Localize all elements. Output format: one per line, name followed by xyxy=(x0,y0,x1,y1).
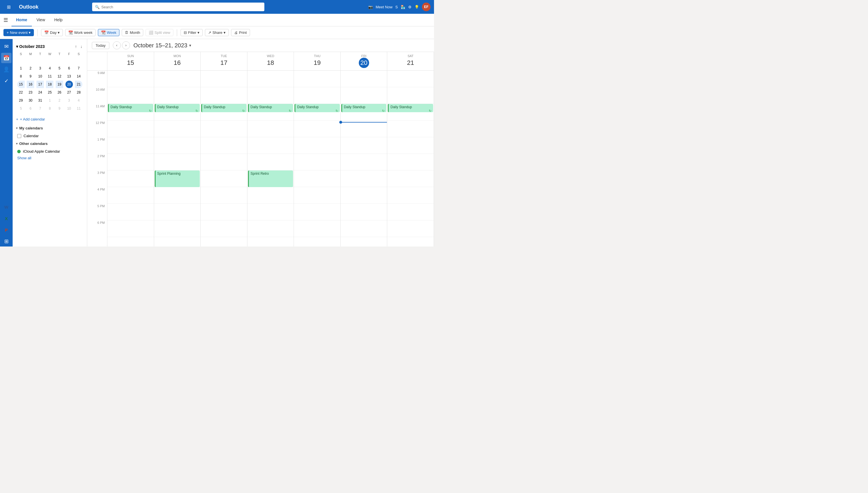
mini-cal-title[interactable]: ▾ October 2023 xyxy=(16,44,45,49)
my-calendars-section[interactable]: ▾ My calendars xyxy=(13,124,87,133)
mini-cal-day[interactable]: 7 xyxy=(37,105,44,112)
mini-cal-day[interactable]: 31 xyxy=(37,97,44,104)
month-view-button[interactable]: 🗓 Month xyxy=(122,29,143,36)
mini-cal-next[interactable]: ↓ xyxy=(79,44,84,49)
mini-cal-day[interactable] xyxy=(17,57,25,64)
mini-cal-day[interactable]: 5 xyxy=(17,105,25,112)
skype-icon[interactable]: S xyxy=(395,5,398,9)
search-bar[interactable]: 🔍 xyxy=(92,3,264,11)
mini-cal-day[interactable]: 4 xyxy=(46,65,54,72)
week-col-header-mon[interactable]: Mon16 xyxy=(154,52,201,70)
mini-cal-day[interactable]: 17 xyxy=(37,81,44,88)
mini-cal-prev[interactable]: ↑ xyxy=(74,44,78,49)
calendar-event[interactable]: Daily Standup↻ xyxy=(341,104,387,112)
mini-cal-day[interactable]: 5 xyxy=(56,65,63,72)
meet-now-icon[interactable]: 📷 xyxy=(368,5,373,9)
calendar-event[interactable]: Daily Standup↻ xyxy=(248,104,293,112)
other-calendars-section[interactable]: ▾ Other calendars xyxy=(13,139,87,148)
calendar-item-main[interactable]: Calendar xyxy=(13,133,87,139)
mini-cal-day[interactable]: 1 xyxy=(46,97,54,104)
mini-cal-day[interactable]: 7 xyxy=(75,65,82,72)
grid-icon[interactable]: ⊞ xyxy=(3,2,14,12)
mini-cal-day[interactable]: 23 xyxy=(27,89,34,96)
week-col-header-fri[interactable]: Fri20 xyxy=(341,52,387,70)
tab-help[interactable]: Help xyxy=(50,14,67,26)
mini-cal-day[interactable] xyxy=(27,57,34,64)
mini-cal-day[interactable]: 12 xyxy=(56,72,63,80)
mini-cal-day[interactable]: 9 xyxy=(27,72,34,80)
share-button[interactable]: ↗ Share ▾ xyxy=(205,29,229,36)
mini-cal-day[interactable]: 14 xyxy=(75,72,82,80)
new-event-dropdown-icon[interactable]: ▾ xyxy=(29,30,31,35)
add-calendar-button[interactable]: + + Add calendar xyxy=(13,115,87,124)
tab-home[interactable]: Home xyxy=(12,14,32,26)
mini-cal-day[interactable] xyxy=(65,57,73,64)
tasks-icon[interactable]: ✓ xyxy=(1,76,12,86)
mini-cal-day[interactable]: 1 xyxy=(17,65,25,72)
mini-cal-day[interactable]: 19 xyxy=(56,81,63,88)
mini-cal-day[interactable]: 22 xyxy=(17,89,25,96)
week-col-header-tue[interactable]: Tue17 xyxy=(200,52,248,70)
new-event-button[interactable]: + New event ▾ xyxy=(3,29,34,36)
mini-cal-day[interactable] xyxy=(75,57,82,64)
tab-view[interactable]: View xyxy=(32,14,50,26)
mini-cal-day[interactable]: 8 xyxy=(46,105,54,112)
mini-cal-day[interactable]: 27 xyxy=(65,89,73,96)
mini-cal-day[interactable]: 30 xyxy=(27,97,34,104)
day-column-fri[interactable]: Daily Standup↻ xyxy=(341,70,387,246)
ppt-icon[interactable]: P xyxy=(1,225,12,235)
mini-cal-day[interactable] xyxy=(37,57,44,64)
meet-now-button[interactable]: Meet Now xyxy=(376,5,393,9)
calendar-event[interactable]: Daily Standup↻ xyxy=(388,104,433,112)
week-view-button[interactable]: 📆 Week xyxy=(98,29,120,36)
search-input[interactable] xyxy=(101,5,261,9)
calendar-event[interactable]: Daily Standup↻ xyxy=(108,104,153,112)
mini-cal-day[interactable]: 29 xyxy=(17,97,25,104)
today-button[interactable]: Today xyxy=(92,42,109,49)
mini-cal-day[interactable]: 25 xyxy=(46,89,54,96)
week-col-header-sun[interactable]: Sun15 xyxy=(107,52,154,70)
mini-cal-day[interactable] xyxy=(46,57,54,64)
mini-cal-day[interactable]: 28 xyxy=(75,89,82,96)
avatar[interactable]: EF xyxy=(422,3,430,11)
mini-cal-day[interactable]: 13 xyxy=(65,72,73,80)
mini-cal-day[interactable]: 3 xyxy=(65,97,73,104)
contacts-icon[interactable]: 👤 xyxy=(1,64,12,74)
store-icon[interactable]: 🏪 xyxy=(401,5,405,9)
week-col-header-wed[interactable]: Wed18 xyxy=(248,52,294,70)
apps-icon[interactable]: ⊞ xyxy=(1,236,12,246)
settings-icon[interactable]: ⚙ xyxy=(408,5,411,9)
mini-cal-day[interactable] xyxy=(56,57,63,64)
print-button[interactable]: 🖨 Print xyxy=(231,29,250,36)
mail-icon[interactable]: ✉ xyxy=(1,41,12,52)
hamburger-icon[interactable]: ☰ xyxy=(3,17,8,23)
mini-cal-day[interactable]: 16 xyxy=(27,81,34,88)
calendar-event[interactable]: Sprint Retro xyxy=(248,170,293,187)
mini-cal-day[interactable]: 11 xyxy=(46,72,54,80)
day-column-sat[interactable]: Daily Standup↻ xyxy=(387,70,434,246)
icloud-calendar-item[interactable]: iCloud Apple Calendar xyxy=(13,148,87,155)
calendar-mini-icon[interactable]: 📅 xyxy=(1,53,12,63)
mini-cal-day[interactable]: 10 xyxy=(65,105,73,112)
excel-icon[interactable]: X xyxy=(1,213,12,223)
calendar-event[interactable]: Daily Standup↻ xyxy=(201,104,247,112)
show-all-button[interactable]: Show all xyxy=(13,155,87,161)
mini-cal-day[interactable]: 21 xyxy=(75,81,82,88)
split-view-button[interactable]: ⬜ Split view xyxy=(146,29,173,36)
range-dropdown-icon[interactable]: ▾ xyxy=(189,43,191,48)
mini-cal-day[interactable]: 24 xyxy=(37,89,44,96)
mini-cal-day[interactable]: 20 xyxy=(65,81,73,88)
mini-cal-day[interactable]: 2 xyxy=(56,97,63,104)
week-col-header-sat[interactable]: Sat21 xyxy=(387,52,434,70)
mini-cal-day[interactable]: 18 xyxy=(46,81,54,88)
week-col-header-thu[interactable]: Thu19 xyxy=(294,52,341,70)
filter-button[interactable]: ⊟ Filter ▾ xyxy=(181,29,203,36)
mini-cal-day[interactable]: 8 xyxy=(17,72,25,80)
mini-cal-day[interactable]: 4 xyxy=(75,97,82,104)
help-icon[interactable]: 💡 xyxy=(415,5,419,9)
day-column-mon[interactable]: Daily Standup↻Sprint Planning xyxy=(154,70,201,246)
word-icon[interactable]: W xyxy=(1,202,12,212)
calendar-event[interactable]: Daily Standup↻ xyxy=(155,104,200,112)
mini-cal-day[interactable]: 2 xyxy=(27,65,34,72)
calendar-checkbox[interactable] xyxy=(17,134,21,138)
